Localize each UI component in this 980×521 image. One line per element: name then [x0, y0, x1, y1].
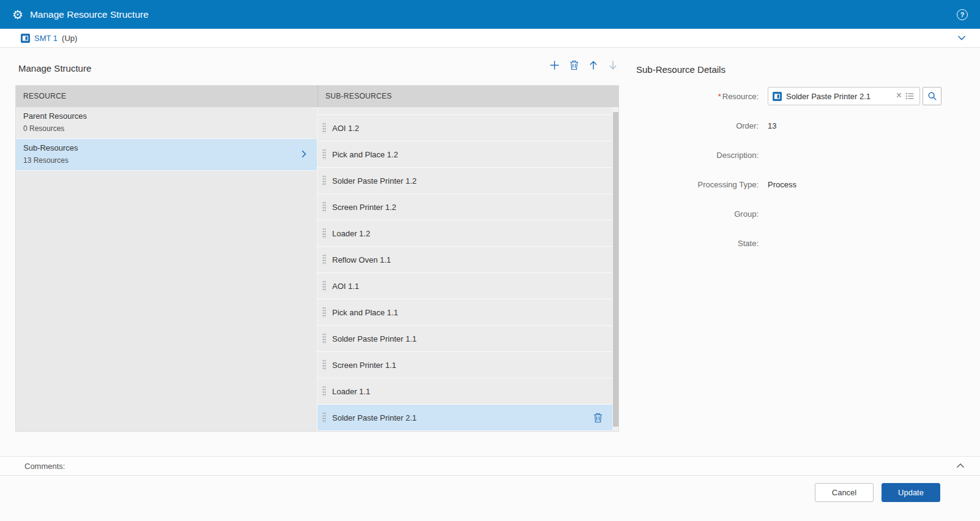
drag-handle-icon[interactable] — [322, 254, 326, 265]
field-value: 13 — [768, 121, 776, 130]
resource-picker-value: Solder Paste Printer 2.1 — [786, 92, 894, 101]
resource-group-label: Parent Resources — [23, 110, 87, 123]
resource-group-count: 0 Resources — [23, 123, 87, 135]
drag-handle-icon[interactable] — [322, 149, 326, 160]
clear-icon[interactable]: × — [894, 91, 905, 102]
search-button[interactable] — [922, 87, 941, 105]
sub-resource-row[interactable]: Pick and Place 1.2 — [317, 141, 618, 168]
search-icon — [927, 91, 937, 101]
app-header: ⚙ Manage Resource Structure ? — [0, 0, 980, 29]
column-header-resource: RESOURCE — [16, 86, 317, 107]
resource-field-row: *Resource: Solder Paste Printer 2.1 × — [636, 86, 960, 106]
sub-resource-name: Pick and Place 1.1 — [332, 308, 398, 317]
sub-resource-name: Solder Paste Printer 1.1 — [332, 334, 417, 343]
delete-sub-resource-icon[interactable] — [593, 413, 603, 423]
sub-resource-name: Loader 1.2 — [332, 229, 370, 238]
sub-resource-name: Reflow Oven 1.1 — [332, 255, 391, 264]
resource-group-row[interactable]: Parent Resources0 Resources — [16, 107, 317, 139]
detail-field-row: Order:13 — [636, 116, 960, 135]
sub-resource-row[interactable]: AOI 1.1 — [317, 273, 618, 299]
move-up-icon[interactable] — [588, 60, 598, 70]
sub-resource-name: Pick and Place 1.2 — [332, 150, 398, 159]
add-icon[interactable] — [549, 60, 560, 70]
detail-field-row: State: — [636, 233, 960, 253]
gear-icon: ⚙ — [12, 9, 23, 21]
field-label: *Resource: — [636, 92, 759, 101]
detail-field-row: Processing Type:Process — [636, 174, 960, 194]
move-down-icon — [608, 60, 618, 70]
resource-group-count: 13 Resources — [23, 155, 78, 167]
comments-label: Comments: — [24, 462, 65, 471]
detail-field-row: Description: — [636, 145, 960, 165]
drag-handle-icon[interactable] — [322, 412, 326, 423]
comments-bar[interactable]: Comments: — [0, 456, 980, 476]
page-title: Manage Resource Structure — [30, 9, 149, 20]
sub-resource-row[interactable]: Solder Paste Printer 1.2 — [317, 168, 618, 194]
required-marker: * — [718, 92, 721, 101]
detail-field-row: Group: — [636, 204, 960, 223]
breadcrumb: SMT 1 (Up) — [0, 29, 980, 48]
field-label: State: — [636, 239, 759, 248]
resource-picker-input[interactable]: Solder Paste Printer 2.1 × — [768, 87, 920, 105]
sub-resource-row[interactable]: Reflow Oven 1.1 — [317, 247, 618, 273]
chevron-up-icon[interactable] — [956, 461, 965, 471]
structure-panel-title: Manage Structure — [18, 63, 91, 73]
drag-handle-icon[interactable] — [322, 386, 326, 397]
sub-resource-row[interactable]: Solder Paste Printer 1.1 — [317, 326, 618, 352]
drag-handle-icon[interactable] — [322, 280, 326, 291]
drag-handle-icon[interactable] — [322, 201, 326, 212]
resource-groups-column: Parent Resources0 ResourcesSub-Resources… — [16, 107, 317, 431]
update-button[interactable]: Update — [882, 483, 940, 502]
field-label: Group: — [636, 209, 759, 219]
breadcrumb-up-label: (Up) — [62, 34, 77, 43]
main-content: Manage Structure RESOURCE SUB-RESOURCES … — [0, 48, 980, 521]
column-header-sub-resources: SUB-RESOURCES — [317, 86, 618, 107]
field-label: Order: — [636, 121, 759, 130]
field-value: Process — [768, 180, 796, 189]
sub-resource-row[interactable]: Pick and Place 1.1 — [317, 299, 618, 326]
sub-resource-name: Solder Paste Printer 2.1 — [332, 413, 417, 422]
resource-group-row[interactable]: Sub-Resources13 Resources — [16, 139, 317, 171]
resource-field-label: Resource: — [722, 92, 759, 101]
sub-resource-row[interactable]: Loader 1.1 — [317, 378, 618, 405]
list-icon[interactable] — [905, 92, 916, 100]
sub-resource-name: AOI 1.2 — [332, 124, 359, 133]
drag-handle-icon[interactable] — [322, 175, 326, 186]
sub-resource-row[interactable]: Solder Paste Printer 2.1 — [317, 405, 618, 431]
help-icon[interactable]: ? — [957, 9, 968, 20]
sub-resource-row[interactable]: AOI 1.2 — [317, 115, 618, 141]
resource-entity-icon — [773, 92, 782, 101]
breadcrumb-entity-link[interactable]: SMT 1 — [34, 34, 58, 43]
sub-resource-name: AOI 1.1 — [332, 282, 359, 291]
partially-scrolled-row — [317, 107, 618, 115]
table-body: Parent Resources0 ResourcesSub-Resources… — [16, 107, 618, 431]
detail-fields: Order:13Description:Processing Type:Proc… — [636, 116, 960, 253]
chevron-right-icon — [299, 149, 308, 159]
field-label: Processing Type: — [636, 180, 759, 189]
sub-resources-column: AOI 1.2Pick and Place 1.2Solder Paste Pr… — [317, 107, 618, 431]
drag-handle-icon[interactable] — [322, 307, 326, 318]
sub-resource-row[interactable]: Screen Printer 1.1 — [317, 352, 618, 378]
footer-bar: Cancel Update — [0, 476, 980, 521]
resource-group-text: Parent Resources0 Resources — [23, 110, 87, 135]
sub-resource-row[interactable]: Loader 1.2 — [317, 220, 618, 247]
drag-handle-icon[interactable] — [322, 333, 326, 344]
delete-icon[interactable] — [570, 60, 579, 70]
sub-resource-list: AOI 1.2Pick and Place 1.2Solder Paste Pr… — [317, 115, 618, 431]
sub-resource-row[interactable]: Screen Printer 1.2 — [317, 194, 618, 220]
sub-resource-name: Solder Paste Printer 1.2 — [332, 176, 417, 186]
table-header: RESOURCE SUB-RESOURCES — [16, 86, 618, 107]
scrollbar-thumb[interactable] — [613, 112, 618, 427]
resource-group-label: Sub-Resources — [23, 142, 78, 155]
chevron-down-icon[interactable] — [957, 33, 967, 43]
details-panel-title: Sub-Resource Details — [636, 64, 726, 75]
sub-resource-name: Screen Printer 1.1 — [332, 361, 396, 370]
field-label: Description: — [636, 151, 759, 160]
drag-handle-icon[interactable] — [322, 359, 326, 370]
cancel-button[interactable]: Cancel — [815, 483, 874, 502]
structure-table: RESOURCE SUB-RESOURCES Parent Resources0… — [15, 85, 619, 432]
drag-handle-icon[interactable] — [322, 228, 326, 239]
structure-toolbar — [549, 60, 618, 70]
drag-handle-icon[interactable] — [322, 122, 326, 133]
scrollbar[interactable] — [612, 107, 618, 431]
